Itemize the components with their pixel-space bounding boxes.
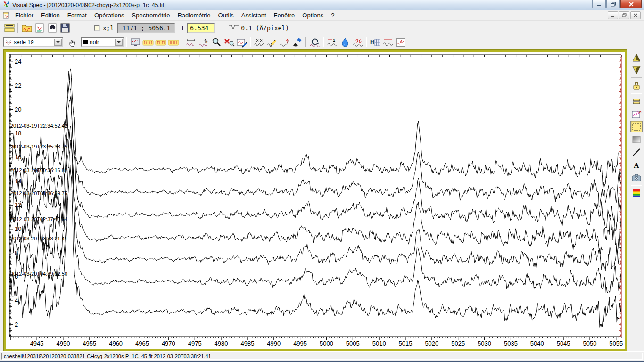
open-report-button[interactable] [33, 22, 46, 34]
svg-text:5040: 5040 [530, 340, 544, 347]
toolbar-separator [323, 37, 324, 47]
menu-spectromtrie[interactable]: Spectrométrie [128, 11, 174, 20]
save-button[interactable] [58, 22, 71, 34]
search-doc-button[interactable] [46, 22, 58, 34]
mdi-minimize-button[interactable] [608, 11, 618, 19]
svg-text:4985: 4985 [240, 340, 254, 347]
menu-options[interactable]: Options [298, 11, 327, 20]
mdi-restore-button[interactable] [619, 11, 629, 19]
coord-checkbox[interactable] [94, 25, 100, 31]
water-drop-button[interactable] [339, 36, 351, 48]
mdi-close-button[interactable] [630, 11, 641, 19]
app-window: Visual Spec - [20120320-043902-chcyg-2x1… [0, 0, 644, 362]
menu-oprations[interactable]: Opérations [91, 11, 128, 20]
menu-edition[interactable]: Edition [37, 11, 64, 20]
menu: FichierEditionFormatOpérationsSpectromét… [11, 11, 338, 20]
svg-text:5000: 5000 [320, 340, 333, 347]
spectrum-plot[interactable]: 2468101214161820222449454950495549604965… [6, 52, 625, 349]
menu-bar: FichierEditionFormatOpérationsSpectromét… [0, 10, 644, 21]
arrow-up-button[interactable] [630, 51, 643, 63]
coord-display[interactable]: 1171 ; 5056.1 [117, 23, 175, 33]
element-lines-button[interactable]: H [369, 36, 381, 48]
equals-button[interactable] [630, 95, 643, 107]
spectrum-mini-icon [5, 39, 12, 46]
bin-mid-button[interactable] [154, 36, 167, 48]
menu-assistant[interactable]: Assistant [238, 11, 270, 20]
svg-text:4965: 4965 [135, 340, 149, 347]
svg-text:4995: 4995 [293, 340, 307, 347]
color-dropdown-button[interactable] [115, 39, 123, 46]
intensity-display[interactable]: 6.534 [187, 23, 215, 33]
svg-text:2: 2 [15, 321, 18, 328]
camera-button[interactable] [630, 172, 643, 183]
svg-text:4980: 4980 [215, 340, 228, 347]
profile-stack-button[interactable] [3, 22, 16, 34]
menu-fichier[interactable]: Fichier [11, 11, 37, 20]
dispersion-display: 0.1 (Å/pixel) [229, 24, 289, 32]
chart-copy-button[interactable]: c [630, 108, 643, 120]
dashed-frame-button[interactable] [630, 121, 643, 132]
svg-text:1: 1 [333, 38, 335, 43]
preview-window-button[interactable] [394, 36, 407, 48]
series-timestamp: 2012-03-19T23:35:33.75 [10, 144, 67, 149]
toolbar-separator [631, 77, 642, 78]
gradient-fill-button[interactable] [630, 133, 643, 145]
svg-text:5020: 5020 [425, 340, 438, 347]
right-toolbar: cA [629, 51, 644, 199]
series-dropdown-button[interactable] [54, 39, 62, 46]
lock-button[interactable] [630, 80, 643, 91]
series-toolbar: serie 19 noir t1H [0, 35, 644, 49]
clean-spectrum-button[interactable] [253, 36, 265, 48]
bin-all-button[interactable] [167, 36, 180, 48]
undo-curve-button[interactable] [308, 36, 321, 48]
open-profile-button[interactable] [20, 22, 33, 34]
zoom-button[interactable] [210, 36, 223, 48]
mdi-window-controls [608, 11, 644, 19]
color-selector[interactable]: noir [81, 37, 124, 47]
main-toolbar: x;l 1171 ; 5056.1 I 6.534 0.1 (Å/pixel) [0, 21, 644, 35]
document-icon[interactable] [2, 12, 9, 19]
palette-button[interactable] [630, 187, 643, 199]
normalize-button[interactable]: 1 [326, 36, 339, 48]
restore-button[interactable] [606, 0, 620, 8]
line-tool-button[interactable] [630, 146, 643, 158]
replot-button[interactable] [129, 36, 141, 48]
shift-x-button[interactable] [184, 36, 197, 48]
menu-outils[interactable]: Outils [215, 11, 238, 20]
intensity-label: I [181, 25, 184, 32]
move-point-button[interactable] [278, 36, 291, 48]
svg-text:H: H [370, 39, 374, 46]
svg-text:5025: 5025 [451, 340, 465, 347]
arrow-down-button[interactable] [630, 64, 643, 76]
svg-text:4: 4 [15, 297, 18, 304]
bin-ends-button[interactable] [141, 36, 154, 48]
series-selected-value: serie 19 [12, 39, 54, 46]
menu-radiomtrie[interactable]: Radiométrie [173, 11, 214, 20]
series-selector[interactable]: serie 19 [3, 37, 63, 47]
svg-text:A: A [634, 161, 639, 169]
percent-button[interactable] [351, 36, 364, 48]
svg-text:22: 22 [15, 82, 21, 89]
hand-pick-button[interactable] [66, 36, 79, 48]
edit-image-button[interactable] [235, 36, 248, 48]
close-button[interactable] [620, 0, 642, 8]
svg-text:c: c [639, 110, 642, 114]
calibration-lamp-button[interactable] [381, 36, 394, 48]
svg-text:5030: 5030 [478, 340, 491, 347]
menu-?[interactable]: ? [327, 11, 338, 20]
series-timestamp: 2012-03-20T01:36:59.75 [10, 190, 67, 196]
series-timestamp: 2012-03-20T04:39:02.50 [10, 271, 67, 277]
svg-text:18: 18 [15, 130, 21, 137]
shift-y-button[interactable]: t [197, 36, 210, 48]
unzoom-button[interactable] [223, 36, 235, 48]
erase-button[interactable] [291, 36, 304, 48]
series-timestamp: 2012-03-20T00:36:16.82 [10, 167, 67, 173]
draw-line-button[interactable] [265, 36, 278, 48]
title-bar[interactable]: Visual Spec - [20120320-043902-chcyg-2x1… [0, 0, 644, 10]
menu-fentre[interactable]: Fenêtre [270, 11, 299, 20]
text-tool-button[interactable]: A [630, 159, 643, 171]
minimize-button[interactable] [592, 0, 606, 8]
toolbar-separator [631, 93, 642, 94]
menu-format[interactable]: Format [64, 11, 91, 20]
series-timestamp: 2012-03-20T03:38:21.41 [10, 236, 67, 241]
